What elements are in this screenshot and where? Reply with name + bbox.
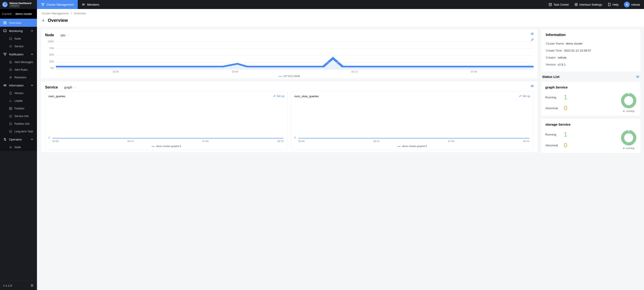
service-icon	[9, 44, 12, 48]
donut-chart	[621, 93, 636, 108]
abnormal-value: 0	[564, 104, 568, 112]
nav-alert-messages-label: Alert Messages	[14, 60, 33, 64]
nav-info-partition-label: Partition	[14, 107, 24, 110]
svg-point-27	[638, 76, 638, 77]
eye-icon[interactable]	[636, 75, 640, 79]
svg-point-22	[575, 3, 578, 6]
info-icon	[9, 122, 12, 126]
svg-rect-5	[10, 38, 12, 40]
x-tick: 20:40	[232, 70, 238, 73]
brand-badge: Enterprise	[10, 5, 20, 7]
nav-notification-label: Notification	[9, 53, 24, 56]
nav-monitoring-service[interactable]: Service	[6, 42, 37, 50]
nav-alert-rules-label: Alert Rules	[14, 68, 28, 71]
current-cluster[interactable]: Current : demo cluster	[0, 9, 37, 19]
nav-information[interactable]: Information	[0, 81, 37, 89]
nav-overview-label: Overview	[9, 21, 21, 24]
nav-notification[interactable]: Notification	[0, 50, 37, 58]
x-tick: 07:46	[202, 140, 209, 143]
monitor-icon	[3, 29, 7, 33]
node-panel-title: Node	[45, 33, 54, 37]
y-zero: 0	[48, 136, 50, 139]
back-button[interactable]	[42, 19, 45, 22]
nav-receivers[interactable]: Receivers	[6, 74, 37, 81]
nav-monitoring[interactable]: Monitoring	[0, 27, 37, 35]
nav-info-partition-info[interactable]: Partition Info	[6, 120, 37, 128]
abnormal-label: Abnormal	[545, 144, 561, 147]
nav-info-service-info[interactable]: Service Info	[6, 112, 37, 120]
nav-info-version[interactable]: Version	[6, 89, 37, 97]
node-icon	[9, 37, 12, 40]
chevron-up-icon	[30, 138, 34, 141]
info-value: nebula	[558, 56, 566, 59]
interface-settings-label: Interface Settings	[579, 3, 602, 6]
nav-operation-node[interactable]: Node	[6, 143, 37, 151]
nav-alert-rules[interactable]: Alert Rules	[6, 66, 37, 74]
svg-point-24	[626, 3, 627, 5]
user-name: nebula	[631, 3, 640, 6]
eye-icon[interactable]	[530, 32, 534, 35]
nav-operation[interactable]: Operation	[0, 135, 37, 143]
chart-legend: demo cluster-graphd-2	[156, 145, 181, 147]
chart-legend: demo cluster-graphd-2	[402, 145, 427, 147]
sidebar: Nebula Dashboard Enterprise Current : de…	[0, 0, 37, 290]
running-value: 1	[564, 94, 568, 101]
info-label: Version:	[546, 63, 556, 66]
brand-logo-icon	[2, 2, 8, 7]
task-center-label: Task Center	[554, 3, 569, 6]
breadcrumb-sep: /	[71, 12, 72, 15]
nav-information-label: Information	[9, 84, 24, 87]
user-menu[interactable]: nebula	[624, 1, 640, 7]
setup-button[interactable]: Set up	[273, 94, 284, 98]
edit-icon	[519, 94, 522, 98]
collapse-sidebar-icon[interactable]	[30, 284, 34, 287]
nav-overview[interactable]: Overview	[0, 19, 37, 27]
gear-icon	[574, 3, 578, 6]
nav-info-service-info-label: Service Info	[14, 115, 28, 118]
brand-logo: Nebula Dashboard Enterprise	[0, 0, 37, 9]
grid-icon	[3, 21, 7, 24]
clock-icon	[9, 130, 12, 133]
tab-members[interactable]: Members	[78, 0, 104, 9]
help-label: Help	[612, 3, 618, 6]
chart-num-queries: num_queries Set up 0	[45, 91, 288, 150]
current-value: demo cluster	[15, 12, 32, 15]
svg-point-19	[83, 3, 84, 4]
breadcrumb-root[interactable]: Cluster Management	[42, 12, 69, 15]
brand-title: Nebula Dashboard	[10, 2, 31, 4]
nav-info-partition[interactable]: Partition	[6, 105, 37, 112]
avatar-icon	[624, 1, 630, 7]
node-metric-dropdown[interactable]: cpu	[58, 32, 72, 38]
page-title: Overview	[48, 18, 68, 23]
interface-settings-button[interactable]: Interface Settings	[574, 3, 602, 6]
running-value: 1	[564, 131, 568, 138]
service-metric-dropdown[interactable]: graph	[62, 85, 79, 90]
information-panel: Information Cluster Name:demo cluster Cr…	[541, 29, 640, 72]
nav-info-partition-info-label: Partition Info	[14, 122, 30, 125]
nav-info-long-term-task-label: Long-term Task	[14, 130, 33, 133]
grid-icon	[9, 107, 12, 110]
donut-legend: running	[626, 147, 634, 150]
node-metric-value: cpu	[60, 33, 66, 37]
tab-cluster-management[interactable]: Cluster Management	[37, 0, 78, 9]
status-service-name: storage Service	[545, 122, 636, 126]
chart-title: num_queries	[48, 95, 65, 98]
nav-info-leader-label: Leader	[14, 99, 23, 102]
help-button[interactable]: Help	[608, 3, 618, 6]
x-tick: 05:00	[52, 140, 59, 143]
nav-info-leader[interactable]: Leader	[6, 97, 37, 105]
nav-alert-messages[interactable]: Alert Messages	[6, 58, 37, 66]
nav-monitoring-node[interactable]: Node	[6, 35, 37, 42]
eye-icon[interactable]	[530, 84, 534, 88]
cpu-chart: 100% 75% 50% 25% 0%	[45, 40, 534, 76]
info-value: demo cluster	[566, 42, 582, 45]
setup-button[interactable]: Set up	[519, 94, 530, 98]
task-center-button[interactable]: Task Center	[548, 3, 569, 6]
sliders-icon	[3, 138, 7, 141]
chevron-down-icon	[74, 86, 76, 89]
svg-rect-0	[4, 21, 5, 22]
svg-point-6	[10, 45, 12, 47]
nav-info-long-term-task[interactable]: Long-term Task	[6, 128, 37, 135]
layers-icon	[3, 83, 7, 87]
info-label: Cluster Name:	[546, 42, 564, 45]
